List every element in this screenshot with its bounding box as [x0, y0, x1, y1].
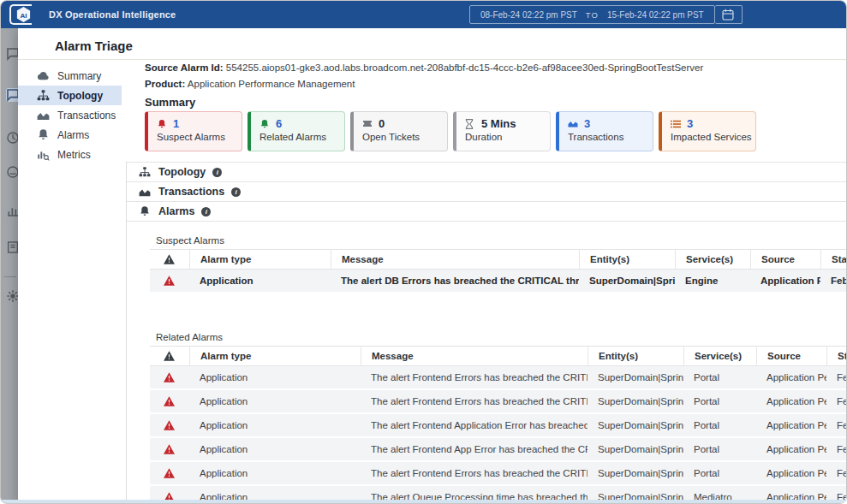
cell-message: The alert Frontend Errors has breached t… [361, 366, 588, 388]
product-label: Product: [145, 79, 185, 89]
col-message[interactable]: Message [361, 347, 588, 365]
col-service[interactable]: Service(s) [683, 347, 756, 365]
card-label: Impacted Services [671, 132, 749, 142]
suspect-alarms-title: Suspect Alarms [156, 235, 224, 246]
card-label: Suspect Alarms [157, 132, 235, 142]
accordion-alarms[interactable]: Alarms i [127, 202, 847, 222]
nav-item-label: Transactions [57, 110, 116, 122]
table-row[interactable]: ApplicationThe alert Frontend Errors has… [150, 462, 847, 486]
cell-message: The alert Frontend Errors has breached t… [361, 462, 588, 484]
col-alarm-type[interactable]: Alarm type [189, 250, 331, 269]
cell-type: Application [189, 462, 361, 484]
chat-alert-icon [6, 88, 18, 102]
summary-heading: Summary [145, 96, 195, 109]
app-title: DX Operational Intelligence [49, 9, 176, 20]
accordion-topology[interactable]: Topology i [127, 163, 847, 182]
app-header: AI DX Operational Intelligence 08-Feb-24… [1, 1, 846, 28]
col-source[interactable]: Source [756, 347, 826, 365]
col-source[interactable]: Source [750, 250, 820, 269]
table-row[interactable]: ApplicationThe alert DB Errors has breac… [150, 270, 847, 294]
table-row[interactable]: ApplicationThe alert Frontend App Error … [150, 438, 847, 462]
col-service[interactable]: Service(s) [675, 250, 750, 269]
table-row[interactable]: ApplicationThe alert Frontend Errors has… [150, 390, 847, 414]
sections-accordion: Topology i Transactions i Alarms i Suspe… [126, 162, 847, 504]
cloud-icon [37, 69, 50, 82]
card-duration[interactable]: 5 Mins Duration [453, 111, 551, 151]
cell-service: Portal [683, 390, 756, 412]
info-icon[interactable]: i [201, 207, 211, 216]
cell-start: Feb [826, 366, 847, 388]
nav-item-topology[interactable]: Topology [18, 86, 122, 105]
date-range-picker[interactable]: 08-Feb-24 02:22 pm PST TO 15-Feb-24 02:2… [469, 5, 743, 24]
card-value: 0 [379, 117, 385, 130]
summary-cards: 1 Suspect Alarms 6 Related Alarms 0 Open… [145, 111, 756, 151]
cell-service: Portal [683, 414, 756, 436]
cell-entity: SuperDomain|SpringB... [588, 438, 683, 460]
nav-item-transactions[interactable]: Transactions [18, 105, 122, 125]
cell-entity: SuperDomain|SpringB... [588, 462, 683, 484]
cell-entity: SuperDomain|SpringB... [588, 414, 683, 436]
cell-source: Application Perf... [756, 366, 826, 388]
info-icon[interactable]: i [212, 168, 222, 177]
cell-service: Portal [683, 366, 756, 388]
source-alarm-label: Source Alarm Id: [145, 62, 224, 73]
accordion-transactions[interactable]: Transactions i [127, 182, 847, 202]
suspect-table-body: ApplicationThe alert DB Errors has breac… [150, 270, 847, 294]
cell-start: Feb [820, 270, 847, 292]
col-start-time[interactable]: Start time [820, 250, 847, 269]
card-impacted-services[interactable]: 3 Impacted Services [659, 111, 756, 151]
cell-start: Feb [826, 390, 847, 412]
card-transactions[interactable]: 3 Transactions [556, 111, 653, 151]
col-entity[interactable]: Entity(s) [588, 347, 683, 365]
transactions-chart-icon [37, 109, 50, 122]
product-value: Application Performance Management [188, 79, 355, 89]
card-related-alarms[interactable]: 6 Related Alarms [248, 111, 345, 151]
related-alarms-title: Related Alarms [156, 332, 223, 342]
card-value: 6 [276, 117, 282, 130]
cell-source: Application Per... [750, 270, 820, 292]
nav-item-metrics[interactable]: Metrics [18, 145, 122, 164]
table-row[interactable]: ApplicationThe alert Frontend Applicatio… [150, 414, 847, 438]
cell-type: Application [189, 390, 361, 412]
critical-severity-icon [150, 390, 189, 412]
logo-text: AI [20, 12, 27, 20]
nav-item-summary[interactable]: Summary [18, 66, 122, 86]
card-value: 1 [173, 117, 179, 130]
cell-source: Application Perf... [756, 462, 826, 484]
related-table-body: ApplicationThe alert Frontend Errors has… [150, 366, 847, 504]
cell-service: Portal [683, 462, 756, 484]
topology-icon [139, 166, 152, 179]
critical-severity-icon [150, 366, 189, 388]
hourglass-icon [465, 118, 476, 129]
col-message[interactable]: Message [331, 250, 579, 269]
cell-source: Application Perf... [756, 414, 826, 436]
card-label: Duration [465, 132, 543, 142]
severity-column-icon [150, 347, 189, 365]
card-label: Related Alarms [259, 132, 337, 142]
date-to-label: TO [586, 10, 599, 20]
cell-entity: SuperDomain|SpringB... [588, 366, 683, 388]
nav-item-label: Alarms [57, 129, 89, 141]
horizontal-scrollbar[interactable] [1, 500, 846, 503]
topology-icon [37, 89, 50, 102]
notebook-icon [6, 240, 18, 254]
cell-type: Application [189, 414, 361, 436]
info-icon[interactable]: i [231, 187, 241, 197]
date-range-field[interactable]: 08-Feb-24 02:22 pm PST TO 15-Feb-24 02:2… [469, 5, 715, 24]
source-alarm-value: 554255.aiops01-gke3.aod.labs.broadcom.ne… [226, 62, 703, 73]
critical-severity-icon [150, 270, 189, 292]
col-start-time[interactable]: Start time [826, 347, 847, 365]
card-label: Transactions [568, 132, 646, 142]
card-suspect-alarms[interactable]: 1 Suspect Alarms [145, 111, 242, 151]
nav-item-alarms[interactable]: Alarms [18, 125, 122, 145]
col-entity[interactable]: Entity(s) [579, 250, 675, 269]
cell-entity: SuperDomain|SpringB... [588, 390, 683, 412]
card-open-tickets[interactable]: 0 Open Tickets [350, 111, 448, 151]
cell-message: The alert Frontend Errors has breached t… [361, 390, 588, 412]
background-app-sidebar [1, 28, 18, 504]
nav-item-label: Metrics [57, 149, 91, 161]
table-row[interactable]: ApplicationThe alert Frontend Errors has… [150, 366, 847, 390]
calendar-icon[interactable] [715, 5, 743, 24]
alarm-triage-modal: Alarm Triage Summary Topology Transactio… [18, 28, 847, 504]
col-alarm-type[interactable]: Alarm type [189, 347, 361, 365]
